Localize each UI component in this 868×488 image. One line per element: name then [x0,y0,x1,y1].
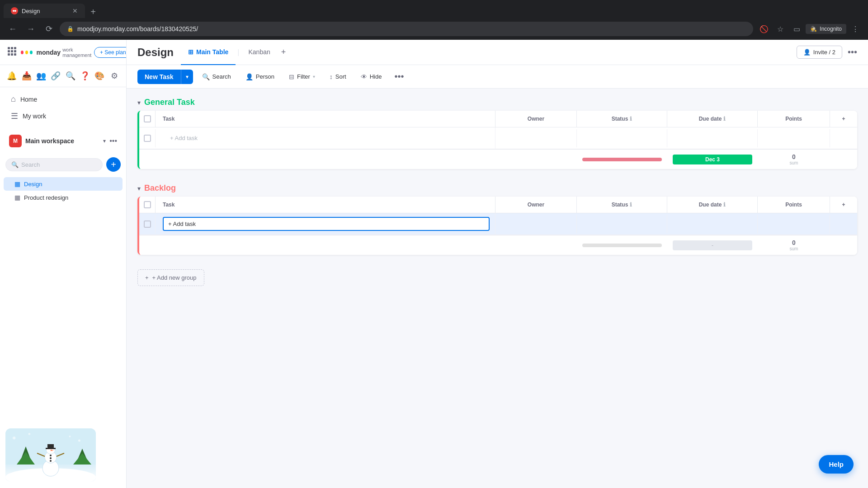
people-icon[interactable]: 👥 [35,69,47,83]
group-general-title[interactable]: General Task [144,98,195,107]
svg-rect-6 [11,50,13,52]
sidebar-nav: ⌂ Home ☰ My work [0,87,126,128]
add-col-icon-general[interactable]: + [842,116,845,122]
td-add-task-backlog[interactable] [156,213,495,235]
workspace-chevron-icon: ▾ [103,138,106,144]
tab-kanban[interactable]: Kanban [241,40,277,65]
td-checkbox-add-general[interactable] [139,129,156,147]
person-toolbar-button[interactable]: 👤 Person [240,70,280,83]
sidebar-boards: ▦ Design ▦ Product redesign [0,175,126,206]
sum-label-backlog: sum [790,246,798,251]
lock-icon: 🔒 [67,26,74,32]
row-checkbox-add-general[interactable] [144,135,151,142]
filter-toolbar-icon: ⊟ [289,73,294,80]
new-task-dropdown-button[interactable]: ▾ [181,70,193,84]
sum-row-backlog: - 0 sum [139,235,857,255]
sidebar-item-product-redesign[interactable]: ▦ Product redesign [4,191,123,204]
status-info-icon-backlog[interactable]: ℹ [630,202,632,208]
th-checkbox-backlog[interactable] [139,197,156,213]
see-plans-button[interactable]: + See plans [94,47,127,58]
add-task-row-backlog[interactable] [139,213,857,235]
header-more-button[interactable]: ••• [848,47,857,57]
star-icon[interactable]: ☆ [773,22,788,36]
th-checkbox-general[interactable] [139,111,156,127]
row-checkbox-add-backlog[interactable] [144,221,151,228]
tab-main-table[interactable]: ⊞ Main Table [181,40,236,65]
add-tab-button[interactable]: + [278,44,290,61]
home-icon: ⌂ [11,94,16,104]
apps-grid-icon[interactable] [7,47,16,58]
back-button[interactable]: ← [5,22,20,36]
th-status-backlog: Status ℹ [577,197,667,213]
duedate-info-icon-general[interactable]: ℹ [723,116,726,122]
forward-button[interactable]: → [24,22,38,36]
svg-rect-5 [8,50,10,52]
person-toolbar-label: Person [256,73,274,80]
eye-off-icon[interactable]: 🚫 [757,22,771,36]
new-task-button[interactable]: New Task [137,70,181,84]
td-checkbox-add-backlog[interactable] [139,215,156,233]
search-toolbar-button[interactable]: 🔍 Search [197,70,236,83]
toolbar-more-button[interactable]: ••• [391,69,407,84]
help-button[interactable]: Help [819,455,854,474]
td-owner-add-general [495,129,577,147]
svg-text:❄: ❄ [78,439,81,443]
group-backlog-collapse-button[interactable]: ▾ [137,185,141,192]
colorful-icon[interactable]: 🎨 [93,69,106,83]
th-status-label-backlog: Status [612,202,628,208]
group-backlog-title[interactable]: Backlog [144,183,176,193]
tablet-icon[interactable]: ▭ [789,22,804,36]
main-header: Design ⊞ Main Table | Kanban + 👤 Invit [127,40,868,65]
active-tab[interactable]: Design ✕ [4,4,85,18]
workspace-header[interactable]: M Main workspace ▾ ••• [5,132,121,150]
duedate-info-icon-backlog[interactable]: ℹ [723,202,726,208]
th-points-general: Points [758,111,830,127]
group-backlog-table: Task Owner Status ℹ Due date ℹ [137,197,857,255]
board-icon-product: ▦ [14,194,20,201]
new-tab-button[interactable]: + [87,5,99,18]
td-add-task-general[interactable]: + Add task [156,127,495,149]
header-checkbox-general[interactable] [144,115,151,122]
sidebar-search-box[interactable]: 🔍 Search [5,158,103,171]
group-general-header: ▾ General Task [137,98,857,107]
main-header-right: 👤 Invite / 2 ••• [797,46,857,59]
sidebar-item-design[interactable]: ▦ Design [4,177,123,191]
svg-point-26 [50,457,52,459]
integrations-icon[interactable]: 🔗 [49,69,62,83]
sidebar: monday work management + See plans 🔔 📥 👥… [0,40,127,488]
add-task-text-general[interactable]: + Add task [163,131,205,145]
workspace-more-button[interactable]: ••• [109,137,117,145]
sum-cell-status-general [577,150,667,169]
add-new-button[interactable]: + [106,157,121,172]
refresh-button[interactable]: ⟳ [42,22,56,36]
inbox-icon[interactable]: 📥 [20,69,33,83]
header-checkbox-backlog[interactable] [144,201,151,208]
board-label-product: Product redesign [24,194,68,201]
chrome-menu-button[interactable]: ⋮ [848,22,863,36]
notification-bell-icon[interactable]: 🔔 [5,69,18,83]
add-task-input-backlog[interactable] [163,217,490,231]
hide-toolbar-button[interactable]: 👁 Hide [355,70,387,83]
add-task-row-general[interactable]: + Add task [139,127,857,149]
tab-favicon [11,7,18,14]
sidebar-home-label: Home [20,96,37,103]
tab-close-button[interactable]: ✕ [72,7,78,14]
th-add-col-general[interactable]: + [830,111,857,127]
help-icon[interactable]: ❓ [79,69,91,83]
snowman-svg: ❄ ❄ ❄ ❄ [5,428,96,483]
workspace-name-label: Main workspace [25,137,99,145]
sort-toolbar-button[interactable]: ↕ Sort [324,70,352,83]
sidebar-mywork-label: My work [23,113,46,120]
address-bar[interactable]: 🔒 moodjoy.monday.com/boards/1830420525/ [60,22,753,36]
status-info-icon-general[interactable]: ℹ [630,116,632,122]
th-add-col-backlog[interactable]: + [830,197,857,213]
filter-toolbar-button[interactable]: ⊟ Filter ▾ [283,70,321,83]
search-icon[interactable]: 🔍 [64,69,77,83]
sidebar-item-home[interactable]: ⌂ Home [4,91,123,108]
group-general-collapse-button[interactable]: ▾ [137,99,141,106]
invite-button[interactable]: 👤 Invite / 2 [797,46,842,59]
sidebar-item-mywork[interactable]: ☰ My work [4,108,123,125]
add-col-icon-backlog[interactable]: + [842,202,845,208]
settings-icon[interactable]: ⚙ [108,69,121,83]
add-new-group-button[interactable]: + + Add new group [137,269,204,286]
